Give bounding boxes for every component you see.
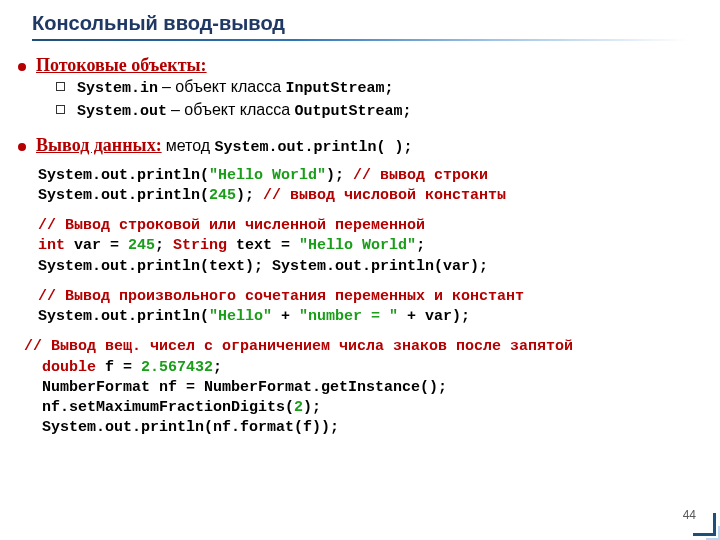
code-number: 2.567432 — [141, 359, 213, 376]
code-text: ; — [416, 237, 425, 254]
code-comment: // вывод строки — [353, 167, 488, 184]
code-inputstream: InputStream; — [286, 80, 394, 97]
code-number: 2 — [294, 399, 303, 416]
stream-in-row: System.in – объект класса InputStream; — [56, 76, 688, 99]
code-text: var = — [65, 237, 128, 254]
heading-output: Вывод данных: — [36, 135, 162, 155]
code-text: System.out.println( — [38, 167, 209, 184]
code-keyword: int — [38, 237, 65, 254]
code-line: NumberFormat nf = NumberFormat.getInstan… — [42, 378, 688, 398]
code-system-out: System.out — [77, 103, 167, 120]
code-text: System.out.println( — [38, 308, 209, 325]
title-rule — [32, 39, 688, 41]
code-string: "Hello" — [209, 308, 272, 325]
code-comment: // Вывод вещ. чисел с ограничением числа… — [24, 337, 688, 357]
code-text: ; — [155, 237, 173, 254]
code-number: 245 — [128, 237, 155, 254]
code-text: ); — [236, 187, 263, 204]
corner-decoration-icon — [686, 506, 720, 540]
code-number: 245 — [209, 187, 236, 204]
heading-stream-objects: Потоковые объекты: — [36, 55, 207, 76]
code-block-1: System.out.println("Hello World"); // вы… — [38, 166, 688, 207]
code-string: "Hello World" — [209, 167, 326, 184]
bullet-disc — [18, 63, 26, 71]
text-in-desc: – объект класса — [162, 78, 285, 95]
code-block-3: // Вывод произвольного сочетания перемен… — [38, 287, 688, 328]
code-system-in: System.in — [77, 80, 158, 97]
code-text: ; — [213, 359, 222, 376]
code-println-sig: System.out.println( ); — [214, 139, 412, 156]
code-outputstream: OutputStream; — [295, 103, 412, 120]
square-bullet-icon — [56, 82, 65, 91]
bullet-stream-objects: Потоковые объекты: — [18, 55, 688, 76]
bullet-disc — [18, 143, 26, 151]
stream-out-row: System.out – объект класса OutputStream; — [56, 99, 688, 122]
text-method: метод — [166, 137, 215, 154]
code-keyword: double — [42, 359, 96, 376]
code-line: System.out.println(text); System.out.pri… — [38, 257, 688, 277]
code-line: System.out.println(nf.format(f)); — [42, 418, 688, 438]
code-string: "number = " — [299, 308, 398, 325]
bullet-output: Вывод данных: метод System.out.println( … — [18, 135, 688, 156]
code-string: "Hello World" — [299, 237, 416, 254]
square-bullet-icon — [56, 105, 65, 114]
code-text: nf.setMaximumFractionDigits( — [42, 399, 294, 416]
code-keyword: String — [173, 237, 227, 254]
code-text: + — [272, 308, 299, 325]
code-text: + var); — [398, 308, 470, 325]
code-block-4: // Вывод вещ. чисел с ограничением числа… — [24, 337, 688, 438]
code-text: ); — [326, 167, 353, 184]
text-out-desc: – объект класса — [171, 101, 294, 118]
code-comment: // Вывод строковой или численной перемен… — [38, 216, 688, 236]
code-text: text = — [227, 237, 299, 254]
code-text: System.out.println( — [38, 187, 209, 204]
code-text: f = — [96, 359, 141, 376]
code-comment: // Вывод произвольного сочетания перемен… — [38, 287, 688, 307]
page-title: Консольный ввод-вывод — [32, 12, 688, 35]
code-block-2: // Вывод строковой или численной перемен… — [38, 216, 688, 277]
code-comment: // вывод числовой константы — [263, 187, 506, 204]
code-text: ); — [303, 399, 321, 416]
